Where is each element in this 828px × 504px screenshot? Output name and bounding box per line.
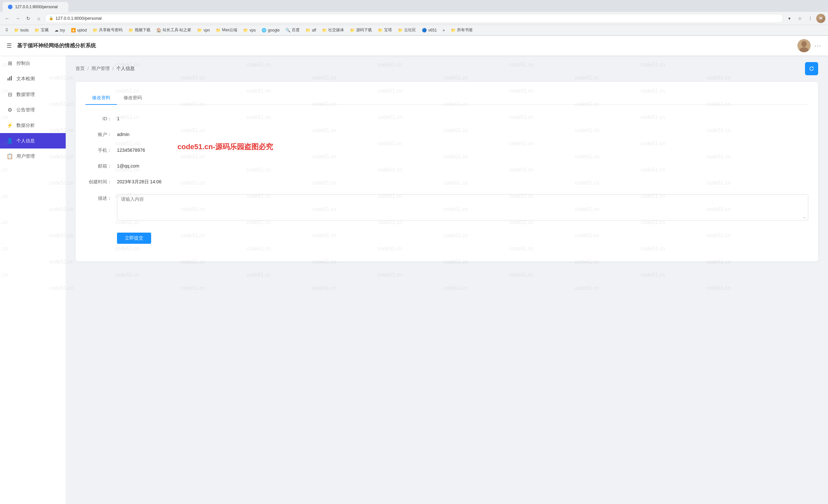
bookmark-label: uplod [77,28,87,33]
bookmark-label: 共享账号密码 [99,27,123,33]
menu-button[interactable]: ⋮ [806,14,815,23]
bookmark-baidu[interactable]: 🔍 百度 [283,27,302,34]
svg-rect-3 [7,78,8,81]
header-more-button[interactable]: ··· [815,42,821,49]
bar-chart-icon [7,76,12,81]
user-avatar[interactable] [797,39,811,52]
dashboard-icon: ⊞ [7,60,13,67]
bookmark-google[interactable]: 🌐 google [259,27,282,33]
sidebar-item-personal[interactable]: 👤 个人信息 [0,133,66,149]
bookmark-label: txy [60,28,65,33]
sidebar-item-announcement[interactable]: ⚙ 公告管理 [0,102,66,118]
browser-chrome: 127.0.0.1:8000/personal ← → ↻ ⌂ 🔒 127.0.… [0,0,828,36]
breadcrumb: 首页 / 用户管理 / 个人信息 [76,66,135,72]
id-label: ID： [85,115,112,122]
bookmark-label: 社交媒体 [328,27,344,33]
bookmark-label: 源码下载 [356,27,372,33]
sidebar-label-announcement: 公告管理 [16,107,35,113]
bookmark-social[interactable]: 📁 社交媒体 [319,27,347,34]
home-button[interactable]: ⌂ [34,14,43,23]
bookmark-apps[interactable]: ⠿ [3,27,11,33]
bookmark-label: 视频下载 [135,27,151,33]
browser-toolbar: ← → ↻ ⌂ 🔒 127.0.0.1:8000/personal ▾ ☆ ⋮ … [0,12,828,25]
breadcrumb-current: 个人信息 [116,66,135,72]
bookmark-webmaster[interactable]: 🏠 站长工具·站之家 [154,27,194,34]
bookmark-label: 宝藏 [41,27,49,33]
bookmark-label: 百度 [292,27,300,33]
browser-profile-avatar[interactable]: W [816,14,825,23]
bookmark-all[interactable]: 📁 所有书签 [448,27,475,34]
id-value: 1 [117,115,808,123]
sidebar-label-data-mgmt: 数据管理 [16,92,35,97]
bookmark-vpn[interactable]: 📁 vpn [195,27,212,33]
refresh-icon [809,66,814,71]
forward-button[interactable]: → [13,14,22,23]
breadcrumb-section[interactable]: 用户管理 [91,66,110,72]
created-value: 2023年3月28日 14:06 [117,178,808,186]
breadcrumb-sep-2: / [112,66,114,71]
sidebar-label-user-mgmt: 用户管理 [16,154,35,159]
form-row-account: 账户： admin [85,130,808,138]
svg-rect-4 [9,77,10,81]
bookmark-shared-pwd[interactable]: 📁 共享账号密码 [90,27,125,34]
form-row-desc: 描述： ✏ [85,194,808,221]
bookmark-tools[interactable]: 📁 tools [11,27,31,33]
sidebar-label-personal: 个人信息 [16,138,35,144]
bookmark-uplod[interactable]: 🔼 uplod [68,27,89,33]
sidebar-item-dashboard[interactable]: ⊞ 控制台 [0,55,66,71]
bookmark-maxcloud[interactable]: 📁 Max云端 [213,27,240,34]
bookmark-label: 宝塔 [384,27,392,33]
tab-bar: 修改资料 修改密码 [85,92,808,105]
bookmark-label: v651 [428,28,437,33]
bookmark-video-dl[interactable]: 📁 视频下载 [126,27,153,34]
breadcrumb-row: 首页 / 用户管理 / 个人信息 [76,62,818,75]
sidebar-item-data-analysis[interactable]: ⚡ 数据分析 [0,118,66,133]
bookmark-baota[interactable]: 📁 宝塔 [375,27,395,34]
tab-title: 127.0.0.1:8000/personal [15,5,57,9]
header-right: ··· [797,39,821,52]
avatar-svg [797,39,811,52]
form-row-phone: 手机： 12345678976 [85,146,808,154]
account-label: 账户： [85,130,112,138]
tab-edit-profile[interactable]: 修改资料 [85,92,117,105]
sidebar-item-data-mgmt[interactable]: ⊟ 数据管理 [0,87,66,102]
bookmark-label: 云社区 [404,27,416,33]
bookmark-aff[interactable]: 📁 aff [303,27,319,33]
sidebar-item-user-mgmt[interactable]: 📋 用户管理 [0,149,66,164]
extensions-button[interactable]: ▾ [785,14,794,23]
reload-button[interactable]: ↻ [24,14,33,23]
personal-icon: 👤 [7,138,13,144]
bookmark-txy[interactable]: ☁ txy [52,27,67,33]
app-wrapper: ☰ 基于循环神经网络的情感分析系统 ··· ⊞ 控制台 [0,36,828,504]
desc-input[interactable] [117,194,808,220]
bookmark-v651[interactable]: 🔵 v651 [419,27,439,33]
data-analysis-icon: ⚡ [7,122,13,128]
bookmark-label: vpn [203,28,210,33]
announcement-icon: ⚙ [7,107,13,113]
breadcrumb-home[interactable]: 首页 [76,66,85,72]
refresh-button[interactable] [805,62,818,75]
bookmark-baozang[interactable]: 📁 宝藏 [32,27,51,34]
hamburger-menu-button[interactable]: ☰ [7,42,12,49]
bookmark-cloud-community[interactable]: 📁 云社区 [395,27,419,34]
tab-change-password[interactable]: 修改密码 [117,92,149,105]
form-row-created: 创建时间： 2023年3月28日 14:06 [85,178,808,186]
address-text: 127.0.0.1:8000/personal [55,16,101,21]
bookmark-source-dl[interactable]: 📁 源码下载 [347,27,375,34]
browser-tabs: 127.0.0.1:8000/personal [0,0,828,12]
back-button[interactable]: ← [3,14,12,23]
bookmark-more[interactable]: » [440,27,448,33]
submit-button[interactable]: 立即提交 [117,233,151,244]
form-row-id: ID： 1 [85,115,808,123]
bookmark-vps[interactable]: 📁 vps [241,27,258,33]
text-check-icon [7,76,13,82]
form-row-submit: 立即提交 [85,229,808,244]
email-label: 邮箱： [85,162,112,169]
active-tab[interactable]: 127.0.0.1:8000/personal [3,2,68,12]
sidebar-item-text-check[interactable]: 文本检测 [0,71,66,87]
address-bar[interactable]: 🔒 127.0.0.1:8000/personal [45,14,783,23]
main-content: 首页 / 用户管理 / 个人信息 修改资料 修改密 [66,55,828,504]
breadcrumb-sep-1: / [87,66,89,71]
bookmark-label: google [268,28,280,33]
bookmark-button[interactable]: ☆ [795,14,804,23]
